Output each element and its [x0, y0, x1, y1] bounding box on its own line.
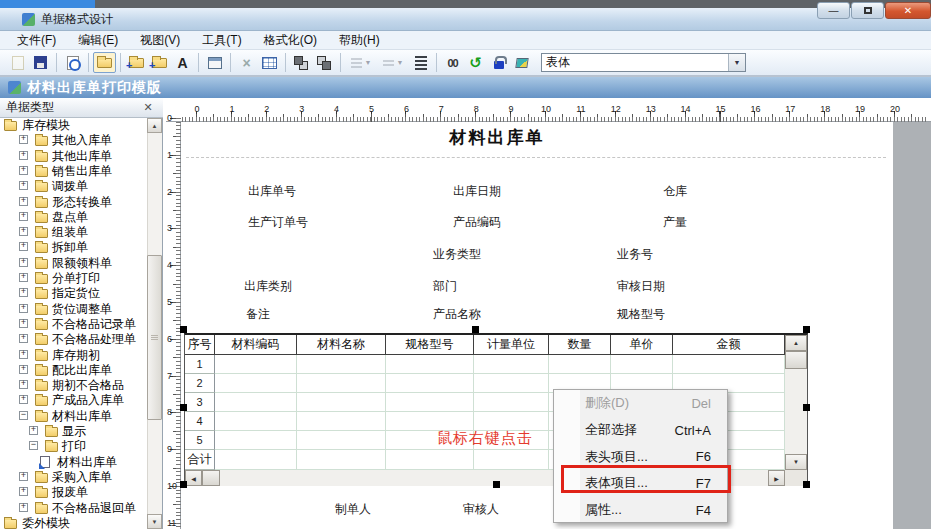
- selection-handle[interactable]: [472, 326, 479, 333]
- selection-handle[interactable]: [803, 404, 810, 411]
- close-button[interactable]: ✕: [885, 2, 931, 19]
- scroll-up-icon[interactable]: ▲: [785, 335, 807, 351]
- tree-item[interactable]: +限额领料单: [0, 256, 147, 271]
- open-template-button[interactable]: [93, 52, 116, 73]
- context-menu-item[interactable]: 属性...F4: [554, 497, 727, 524]
- expand-icon[interactable]: +: [19, 487, 28, 496]
- menu-item[interactable]: 文件(F): [6, 30, 67, 51]
- menu-item[interactable]: 帮助(H): [328, 30, 391, 51]
- tree-scrollbar-thumb[interactable]: [147, 255, 162, 420]
- tree-item[interactable]: −材料出库单: [0, 409, 147, 424]
- tree-item[interactable]: +不合格品记录单: [0, 317, 147, 332]
- size-dropdown-button[interactable]: ▼: [377, 52, 409, 73]
- align-dropdown-button[interactable]: ▼: [345, 52, 377, 73]
- scroll-down-icon[interactable]: ▼: [785, 454, 807, 470]
- properties-button[interactable]: [203, 52, 226, 73]
- tree-item[interactable]: +期初不合格品: [0, 378, 147, 393]
- tree-item[interactable]: +拆卸单: [0, 240, 147, 255]
- format-brush-button[interactable]: [510, 52, 533, 73]
- tree-item[interactable]: 委外模块: [0, 516, 147, 529]
- expand-icon[interactable]: +: [19, 166, 28, 175]
- tree-item[interactable]: +其他出库单: [0, 149, 147, 164]
- expand-icon[interactable]: +: [19, 395, 28, 404]
- tree-item[interactable]: +货位调整单: [0, 302, 147, 317]
- expand-icon[interactable]: +: [19, 151, 28, 160]
- tree-item[interactable]: 材料出库单: [0, 455, 147, 470]
- expand-icon[interactable]: +: [19, 197, 28, 206]
- insert-table-button[interactable]: [258, 52, 281, 73]
- tree-item[interactable]: +销售出库单: [0, 164, 147, 179]
- expand-icon[interactable]: +: [19, 288, 28, 297]
- add-group-button[interactable]: [125, 52, 148, 73]
- tree-item[interactable]: +报废单: [0, 485, 147, 500]
- scroll-right-icon[interactable]: ▶: [768, 470, 785, 486]
- expand-icon[interactable]: +: [19, 227, 28, 236]
- expand-icon[interactable]: +: [29, 426, 38, 435]
- collapse-icon[interactable]: −: [29, 441, 38, 450]
- expand-icon[interactable]: +: [19, 319, 28, 328]
- expand-icon[interactable]: +: [19, 365, 28, 374]
- collapse-icon[interactable]: −: [19, 411, 28, 420]
- expand-icon[interactable]: +: [19, 472, 28, 481]
- expand-icon[interactable]: +: [19, 350, 28, 359]
- minimize-button[interactable]: —: [817, 2, 850, 19]
- tree-item[interactable]: +指定货位: [0, 286, 147, 301]
- tree-item[interactable]: +调拨单: [0, 179, 147, 194]
- expand-icon[interactable]: +: [19, 304, 28, 313]
- tree-item[interactable]: +盘点单: [0, 210, 147, 225]
- menu-item[interactable]: 视图(V): [129, 30, 191, 51]
- scroll-left-icon[interactable]: ◀: [185, 470, 202, 486]
- scroll-up-icon[interactable]: ▲: [147, 118, 162, 133]
- context-menu-item[interactable]: 全部选择Ctrl+A: [554, 417, 727, 444]
- tree-item[interactable]: +不合格品处理单: [0, 332, 147, 347]
- tree-item[interactable]: +分单打印: [0, 271, 147, 286]
- refresh-button[interactable]: ↺: [464, 52, 487, 73]
- expand-icon[interactable]: +: [19, 242, 28, 251]
- tree-item[interactable]: +采购入库单: [0, 470, 147, 485]
- tree-item[interactable]: +显示: [0, 424, 147, 439]
- panel-close-icon[interactable]: ✕: [141, 101, 155, 115]
- scrollbar-thumb[interactable]: [202, 470, 220, 486]
- delete-button[interactable]: ×: [235, 52, 258, 73]
- selection-handle[interactable]: [180, 481, 187, 488]
- tree-item[interactable]: 库存模块: [0, 118, 147, 133]
- expand-icon[interactable]: +: [19, 181, 28, 190]
- font-button[interactable]: A: [171, 52, 194, 73]
- expand-icon[interactable]: +: [19, 503, 28, 512]
- bring-to-front-button[interactable]: [290, 52, 313, 73]
- selection-handle[interactable]: [180, 404, 187, 411]
- expand-icon[interactable]: +: [19, 273, 28, 282]
- tree-item[interactable]: +库存期初: [0, 348, 147, 363]
- maximize-button[interactable]: [851, 2, 884, 19]
- combobox-dropdown-button[interactable]: ▼: [728, 54, 745, 71]
- section-combobox[interactable]: 表体 ▼: [541, 53, 746, 72]
- expand-icon[interactable]: +: [19, 212, 28, 221]
- tree-item[interactable]: +产成品入库单: [0, 393, 147, 408]
- match-size-button[interactable]: 00: [441, 52, 464, 73]
- save-button[interactable]: [29, 52, 52, 73]
- selection-handle[interactable]: [493, 481, 500, 488]
- add-item-button[interactable]: [148, 52, 171, 73]
- tree-item[interactable]: +组装单: [0, 225, 147, 240]
- selection-handle[interactable]: [180, 326, 187, 333]
- expand-icon[interactable]: +: [19, 380, 28, 389]
- selection-handle[interactable]: [803, 326, 810, 333]
- tree-item[interactable]: +不合格品退回单: [0, 501, 147, 516]
- scroll-down-icon[interactable]: ▼: [147, 514, 162, 529]
- tree-item[interactable]: −打印: [0, 439, 147, 454]
- table-vertical-scrollbar[interactable]: ▲ ▼: [785, 335, 807, 470]
- tree-item[interactable]: +配比出库单: [0, 363, 147, 378]
- expand-icon[interactable]: +: [19, 334, 28, 343]
- new-document-button[interactable]: [6, 52, 29, 73]
- lock-button[interactable]: [487, 52, 510, 73]
- send-to-back-button[interactable]: [313, 52, 336, 73]
- menu-item[interactable]: 工具(T): [191, 30, 252, 51]
- expand-icon[interactable]: +: [19, 258, 28, 267]
- justify-button[interactable]: [409, 52, 432, 73]
- scrollbar-thumb[interactable]: [785, 351, 807, 369]
- tree-item[interactable]: +形态转换单: [0, 195, 147, 210]
- menu-item[interactable]: 格式化(O): [253, 30, 328, 51]
- print-preview-button[interactable]: [61, 52, 84, 73]
- selection-handle[interactable]: [803, 481, 810, 488]
- menu-item[interactable]: 编辑(E): [67, 30, 129, 51]
